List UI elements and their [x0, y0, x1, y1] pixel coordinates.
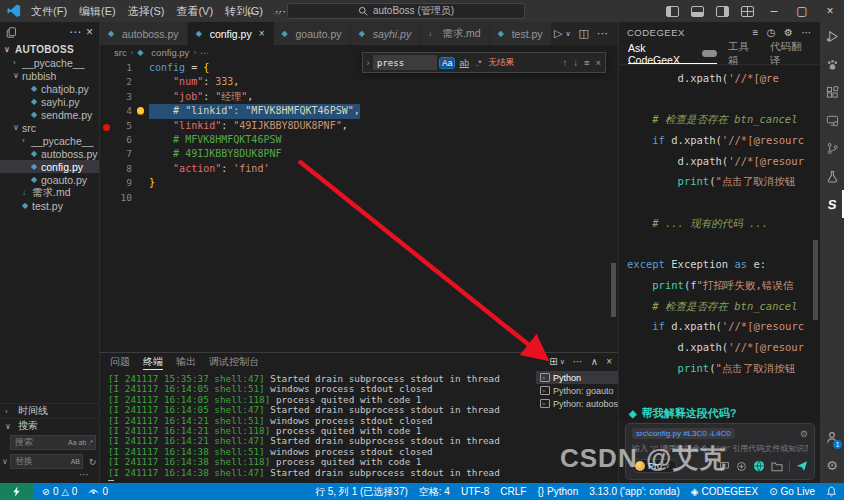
settings-icon[interactable]: ⚙: [784, 27, 793, 38]
menu-item[interactable]: 编辑(E): [73, 5, 122, 17]
editor-tab[interactable]: ↓需求.md: [420, 22, 490, 45]
explorer-item[interactable]: ◆autoboss.py: [0, 147, 99, 160]
terminal-output[interactable]: [I 241117 15:35:37 shell:47] Started dra…: [108, 374, 532, 481]
settings-gear-icon[interactable]: ⚙: [820, 451, 844, 479]
close-window-button[interactable]: ×: [816, 4, 844, 18]
breakpoint-dot[interactable]: [100, 121, 113, 131]
toggle-sidebar-icon[interactable]: [666, 6, 679, 17]
status-item[interactable]: {}Python: [537, 485, 578, 499]
editor-tab[interactable]: ◆autoboss.py: [100, 22, 188, 45]
remote-indicator[interactable]: [0, 483, 33, 500]
view-list-icon[interactable]: ≡: [752, 27, 758, 38]
search-input[interactable]: 搜索 Aa ab .*: [10, 435, 96, 450]
terminal-list-item[interactable]: >Python: goauto: [536, 384, 618, 397]
extensions-icon[interactable]: [820, 78, 844, 106]
prompt-input[interactable]: 输入 "/" 调用快捷命令，"@" 引用代码文件或知识库: [632, 443, 808, 454]
editor-tab[interactable]: ◆sayhi.py: [351, 22, 421, 45]
code-line[interactable]: 6 # MFVK8HMFQKT46PSW: [100, 133, 618, 147]
sidebar-close-icon[interactable]: ×: [86, 25, 93, 39]
lightbulb-icon[interactable]: [132, 104, 149, 118]
whole-word-icon[interactable]: ab: [457, 58, 470, 68]
command-center-search[interactable]: autoBoss (管理员): [287, 3, 525, 19]
find-in-selection-icon[interactable]: ≡: [584, 57, 590, 68]
codegeex-tab[interactable]: 工具箱: [728, 43, 759, 64]
back-icon[interactable]: ←: [246, 4, 258, 18]
chat-icon[interactable]: [719, 461, 730, 472]
explorer-item[interactable]: ◆chatjob.py: [0, 82, 99, 95]
panel-tab[interactable]: 问题: [110, 353, 130, 370]
minimize-button[interactable]: –: [760, 4, 788, 18]
code-line[interactable]: 8 "action": 'find': [100, 162, 618, 176]
model-selector[interactable]: Pro ∨: [632, 459, 677, 473]
new-terminal-icon[interactable]: ⊞: [549, 356, 557, 367]
status-item[interactable]: CRLF: [500, 485, 526, 499]
close-panel-icon[interactable]: ×: [606, 356, 612, 367]
code-line[interactable]: 10: [100, 191, 618, 205]
history-icon[interactable]: ◷: [767, 27, 776, 38]
source-control-icon[interactable]: [820, 134, 844, 162]
editor-tab[interactable]: ◆config.py×: [188, 22, 274, 45]
preserve-case-icon[interactable]: AB: [71, 458, 80, 465]
run-dropdown-icon[interactable]: ∨: [565, 30, 570, 38]
breadcrumb-file[interactable]: config.py: [151, 47, 189, 58]
explorer-item[interactable]: ◆config.py: [0, 160, 99, 173]
customize-layout-icon[interactable]: [741, 6, 754, 17]
close-tab-icon[interactable]: ×: [259, 28, 265, 39]
testing-beaker-icon[interactable]: [820, 162, 844, 190]
code-line[interactable]: 3 "job": "经理",: [100, 90, 618, 104]
replace-input[interactable]: 替换 AB: [10, 454, 83, 469]
menu-item[interactable]: 文件(F): [25, 5, 73, 17]
timeline-section[interactable]: › 时间线: [0, 403, 99, 418]
code-line[interactable]: 5 "linkid": "49IJKBBY8DUK8PNF",: [100, 119, 618, 133]
explorer-item[interactable]: ∨src: [0, 121, 99, 134]
explorer-item[interactable]: ›__pycache__: [0, 56, 99, 69]
match-case-icon[interactable]: Aa: [440, 58, 454, 68]
find-close-icon[interactable]: ×: [595, 57, 601, 68]
chip-settings-icon[interactable]: ⚙: [800, 429, 808, 439]
explorer-item[interactable]: ↓需求.md: [0, 186, 99, 199]
find-expand-icon[interactable]: ›: [363, 58, 373, 68]
code-reference-chip[interactable]: src\config.py #L3C0 -L4C0: [632, 428, 735, 439]
terminal-list-item[interactable]: >Python: [536, 371, 618, 384]
match-case-icon[interactable]: Aa: [68, 439, 77, 446]
explorer-item[interactable]: ◆sendme.py: [0, 108, 99, 121]
explorer-item[interactable]: ◆sayhi.py: [0, 95, 99, 108]
code-line[interactable]: 4 # "linkid": "MFVK8HMFQKT46PSW",: [100, 104, 618, 118]
search-more-icon[interactable]: ⋯: [0, 471, 99, 481]
terminal-list-item[interactable]: >Python: autoboss: [536, 397, 618, 410]
forward-icon[interactable]: →: [271, 4, 283, 18]
status-item[interactable]: 空格: 4: [419, 485, 450, 499]
find-next-icon[interactable]: ↓: [573, 57, 578, 68]
code-line[interactable]: 2 "num": 333,: [100, 75, 618, 89]
codegeex-tab[interactable]: Ask CodeGeeX: [628, 43, 717, 64]
status-item[interactable]: 行 5, 列 1 (已选择37): [315, 485, 408, 499]
run-python-icon[interactable]: ▷: [554, 27, 562, 40]
code-editor[interactable]: 1config = {2 "num": 333,3 "job": "经理",4 …: [100, 59, 618, 352]
menu-item[interactable]: 查看(V): [170, 5, 219, 17]
explorer-root[interactable]: ∨ AUTOBOSS: [0, 42, 99, 56]
status-item[interactable]: 3.13.0 ('app': conda): [589, 485, 680, 499]
regex-icon[interactable]: .*: [474, 58, 484, 68]
panel-more-icon[interactable]: ⋯: [573, 356, 583, 367]
panel-tab[interactable]: 调试控制台: [209, 353, 259, 370]
panel-more-icon[interactable]: ⋯: [802, 27, 813, 38]
codegeex-activity-icon[interactable]: S: [820, 190, 844, 218]
editor-more-icon[interactable]: ⋯: [597, 27, 608, 40]
split-editor-icon[interactable]: ◫: [579, 27, 589, 40]
account-icon[interactable]: 1: [820, 423, 844, 451]
explorer-item[interactable]: ∨rubbish: [0, 69, 99, 82]
panel-tab[interactable]: 终端: [143, 353, 163, 370]
ports-status[interactable]: 0: [88, 486, 108, 497]
editor-tab[interactable]: ◆test.py: [490, 22, 552, 45]
folder-icon[interactable]: [771, 461, 783, 472]
run-debug-icon[interactable]: [820, 22, 844, 50]
explorer-item[interactable]: ◆goauto.py: [0, 173, 99, 186]
status-item[interactable]: ⊙Go Live: [769, 485, 815, 499]
menu-item[interactable]: 选择(S): [122, 5, 171, 17]
breadcrumb-folder[interactable]: src: [114, 47, 127, 58]
status-item[interactable]: ◈CODEGEEX: [691, 485, 758, 499]
send-icon[interactable]: [796, 460, 808, 472]
editor-tab[interactable]: ◆goauto.py: [274, 22, 351, 45]
extension-paw-icon[interactable]: [820, 50, 844, 78]
editor-scrollbar[interactable]: [611, 263, 616, 317]
